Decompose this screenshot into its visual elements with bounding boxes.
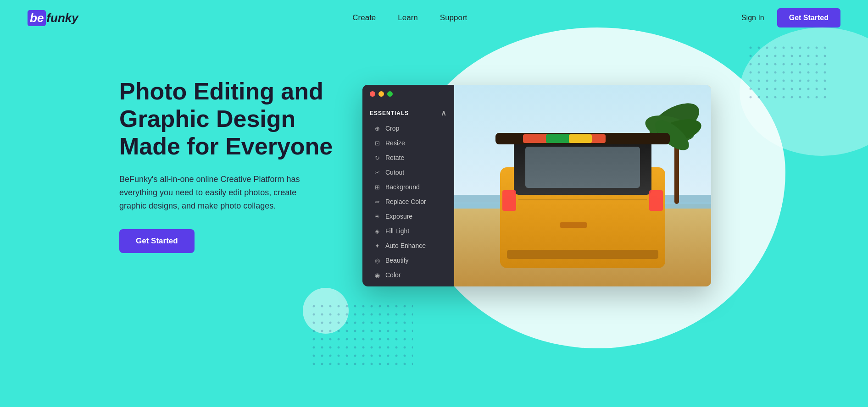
svg-rect-1 — [749, 46, 831, 101]
editor-titlebar — [362, 85, 454, 103]
hero-subtitle: BeFunky's all-in-one online Creative Pla… — [119, 173, 312, 212]
close-dot — [370, 91, 375, 97]
vibrance-icon: ✳ — [373, 286, 381, 286]
svg-rect-18 — [507, 250, 658, 259]
sidebar-item-rotate[interactable]: ↻ Rotate — [362, 150, 454, 165]
maximize-dot — [387, 91, 393, 97]
nav-links: Create Learn Support — [352, 13, 467, 22]
logo-funky: funky — [46, 11, 78, 25]
sidebar-item-fill-light[interactable]: ◈ Fill Light — [362, 224, 454, 238]
exposure-icon: ☀ — [373, 213, 381, 220]
resize-icon: ⊡ — [373, 139, 381, 147]
hero-get-started-button[interactable]: Get Started — [119, 229, 195, 253]
crop-icon: ⊕ — [373, 125, 381, 132]
sidebar-item-auto-enhance[interactable]: ✦ Auto Enhance — [362, 238, 454, 253]
sidebar-item-background[interactable]: ⊞ Background — [362, 180, 454, 194]
auto-enhance-icon: ✦ — [373, 242, 381, 249]
dots-top-right — [749, 46, 831, 103]
background-icon: ⊞ — [373, 183, 381, 191]
svg-rect-22 — [569, 134, 592, 143]
dots-bottom-left — [312, 304, 413, 370]
minimize-dot — [378, 91, 384, 97]
svg-rect-15 — [525, 147, 640, 188]
hero-content: Photo Editing and Graphic Design Made fo… — [119, 78, 333, 253]
rotate-icon: ↻ — [373, 154, 381, 161]
nav-get-started-button[interactable]: Get Started — [777, 8, 840, 28]
sidebar-item-resize[interactable]: ⊡ Resize — [362, 136, 454, 150]
signin-link[interactable]: Sign In — [741, 14, 764, 22]
logo[interactable]: befunky — [28, 10, 78, 26]
nav-create-link[interactable]: Create — [352, 13, 376, 22]
replace-color-icon: ✏ — [373, 198, 381, 205]
logo-be: be — [28, 10, 46, 26]
svg-rect-3 — [312, 304, 413, 368]
sidebar-item-color[interactable]: ◉ Color — [362, 268, 454, 282]
svg-rect-17 — [649, 190, 663, 211]
hero-title: Photo Editing and Graphic Design Made fo… — [119, 78, 333, 160]
nav-right: Sign In Get Started — [741, 8, 840, 28]
sidebar-item-cutout[interactable]: ✂ Cutout — [362, 165, 454, 180]
sidebar-item-replace-color[interactable]: ✏ Replace Color — [362, 194, 454, 209]
svg-rect-24 — [518, 199, 647, 200]
svg-rect-16 — [502, 190, 516, 211]
editor-mockup: ESSENTIALS ∧ ⊕ Crop ⊡ Resize ↻ Rotate ✂ … — [362, 85, 711, 286]
nav-learn-link[interactable]: Learn — [398, 13, 417, 22]
color-icon: ◉ — [373, 271, 381, 279]
collapse-icon[interactable]: ∧ — [441, 109, 447, 117]
nav-support-link[interactable]: Support — [440, 13, 467, 22]
editor-sidebar: ESSENTIALS ∧ ⊕ Crop ⊡ Resize ↻ Rotate ✂ … — [362, 85, 454, 286]
svg-rect-23 — [560, 222, 587, 228]
navbar: befunky Create Learn Support Sign In Get… — [0, 0, 868, 36]
beautify-icon: ◎ — [373, 257, 381, 264]
sidebar-item-crop[interactable]: ⊕ Crop — [362, 121, 454, 136]
sidebar-item-beautify[interactable]: ◎ Beautify — [362, 253, 454, 268]
sidebar-item-vibrance[interactable]: ✳ Vibrance — [362, 282, 454, 286]
cutout-icon: ✂ — [373, 169, 381, 176]
sidebar-section-header: ESSENTIALS ∧ — [362, 103, 454, 121]
fill-light-icon: ◈ — [373, 227, 381, 235]
editor-canvas — [454, 85, 711, 286]
sidebar-item-exposure[interactable]: ☀ Exposure — [362, 209, 454, 224]
